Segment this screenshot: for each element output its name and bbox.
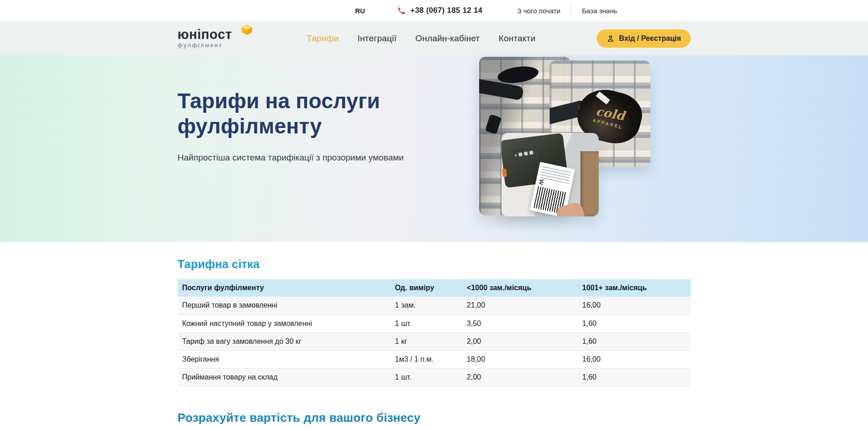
label-letter: W	[537, 179, 545, 187]
nav-integrations[interactable]: Інтеграції	[357, 33, 396, 44]
topbar-link-getting-started[interactable]: З чого почати	[517, 7, 560, 15]
printer-latch	[502, 169, 507, 177]
topbar-link-knowledge-base[interactable]: База знань	[582, 7, 617, 15]
login-register-button[interactable]: Вхід / Реєстрація	[597, 29, 690, 48]
page-subtitle: Найпростіша система тарифікації з прозор…	[178, 153, 443, 163]
nav-online-cabinet[interactable]: Онлайн-кабінет	[415, 33, 480, 44]
price-cell: 1,60	[578, 332, 690, 350]
col-header-unit: Од. виміру	[390, 279, 462, 297]
photo-label-printer: W	[502, 133, 599, 216]
printer-control-panel	[511, 146, 539, 162]
price-cell: 1,60	[578, 368, 690, 386]
price-cell: 16,00	[578, 350, 690, 368]
table-row: Перший товар в замовленні 1 зам. 21,00 1…	[178, 297, 691, 314]
phone-icon	[397, 6, 406, 15]
language-switcher[interactable]: RU	[355, 7, 365, 15]
printer-button	[529, 151, 533, 155]
price-cell: 1,60	[578, 314, 690, 332]
printer-led	[514, 154, 517, 157]
nav-tariffs[interactable]: Тарифи	[307, 33, 339, 44]
logo[interactable]: юніпост фулфілмент	[178, 28, 246, 49]
col-header-under-1000: <1000 зам./місяць	[462, 279, 578, 297]
phone-group[interactable]: +38 (067) 185 12 14	[397, 6, 482, 15]
shipping-label-small	[595, 91, 610, 105]
table-row: Приймання товару на склад 1 шт. 2,00 1,6…	[178, 368, 691, 386]
pricing-section: Тарифна сітка Послуги фулфілменту Од. ви…	[0, 242, 868, 425]
logo-cube-icon	[241, 24, 253, 36]
main-nav: Тарифи Інтеграції Онлайн-кабінет Контакт…	[307, 33, 536, 44]
user-icon	[606, 34, 615, 43]
price-cell: 2,00	[462, 332, 578, 350]
printer-button	[518, 152, 522, 156]
price-cell: 3,50	[462, 314, 578, 332]
printer-button	[524, 151, 528, 155]
logo-title: юніпост	[178, 28, 246, 41]
nav-contacts[interactable]: Контакти	[498, 33, 535, 44]
service-cell: Перший товар в замовленні	[178, 297, 391, 314]
pricing-section-title: Тарифна сітка	[178, 258, 691, 271]
page-title: Тарифи на послуги фулфілменту	[178, 88, 443, 139]
site-header: юніпост фулфілмент Тарифи Інтеграції Онл…	[0, 21, 868, 55]
service-cell: Приймання товару на склад	[178, 368, 391, 386]
col-header-over-1001: 1001+ зам./місяць	[578, 279, 690, 297]
phone-number[interactable]: +38 (067) 185 12 14	[410, 6, 482, 15]
price-cell: 18,00	[462, 350, 578, 368]
unit-cell: 1 шт.	[390, 314, 462, 332]
table-row: Тариф за вагу замовлення до 30 кг 1 кг 2…	[178, 332, 691, 350]
price-cell: 16,00	[578, 297, 690, 314]
price-cell: 21,00	[462, 297, 578, 314]
topbar-divider	[571, 5, 571, 17]
service-cell: Тариф за вагу замовлення до 30 кг	[178, 332, 391, 350]
topbar: RU +38 (067) 185 12 14 З чого почати Баз…	[0, 0, 868, 21]
unit-cell: 1 шт.	[390, 368, 462, 386]
login-button-label: Вхід / Реєстрація	[619, 34, 681, 43]
col-header-service: Послуги фулфілменту	[178, 279, 391, 297]
table-header-row: Послуги фулфілменту Од. виміру <1000 зам…	[178, 279, 691, 297]
cardboard-box-shape	[580, 151, 599, 216]
unit-cell: 1 зам.	[390, 297, 462, 314]
hero-section: Тарифи на послуги фулфілменту Найпростіш…	[0, 55, 868, 242]
service-cell: Кожний наступний товар у замовленні	[178, 314, 391, 332]
logo-subtitle: фулфілмент	[178, 42, 246, 49]
price-cell: 2,00	[462, 368, 578, 386]
tariff-table: Послуги фулфілменту Од. виміру <1000 зам…	[178, 279, 691, 386]
table-row: Кожний наступний товар у замовленні 1 шт…	[178, 314, 691, 332]
service-cell: Зберігання	[178, 350, 391, 368]
unit-cell: 1 кг	[390, 332, 462, 350]
unit-cell: 1м3 / 1 п.м.	[390, 350, 462, 368]
table-row: Зберігання 1м3 / 1 п.м. 18,00 16,00	[178, 350, 691, 368]
calculator-section-title: Розрахуйте вартість для вашого бізнесу	[178, 411, 691, 425]
